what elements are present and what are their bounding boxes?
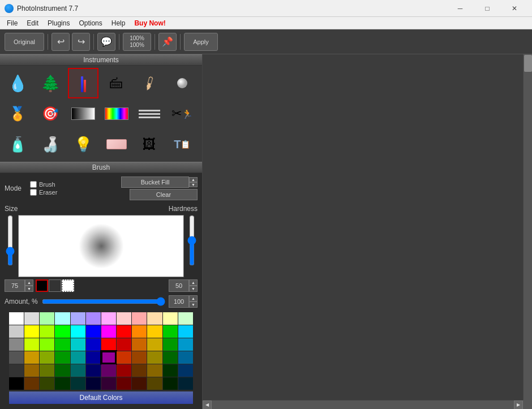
palette-cell[interactable] bbox=[132, 364, 147, 377]
instrument-rainbow[interactable] bbox=[101, 98, 132, 129]
menu-edit[interactable]: Edit bbox=[22, 18, 43, 28]
palette-cell[interactable] bbox=[178, 351, 193, 364]
scrollbar-bottom[interactable]: ◀ ▶ bbox=[203, 400, 523, 409]
instrument-eyedropper[interactable]: 💧 bbox=[2, 68, 33, 98]
palette-cell[interactable] bbox=[178, 364, 193, 377]
instrument-bottle[interactable]: 🧴 bbox=[2, 129, 33, 160]
palette-cell[interactable] bbox=[40, 364, 54, 377]
palette-cell[interactable] bbox=[117, 351, 131, 364]
scrollbar-thumb-right[interactable] bbox=[524, 55, 532, 72]
palette-cell[interactable] bbox=[9, 312, 24, 325]
palette-cell[interactable] bbox=[178, 377, 193, 390]
palette-cell[interactable] bbox=[40, 312, 54, 325]
mode-brush-checkbox[interactable] bbox=[30, 181, 37, 188]
amount-down[interactable]: ▼ bbox=[189, 302, 198, 308]
palette-cell[interactable] bbox=[101, 325, 116, 338]
palette-cell[interactable] bbox=[24, 325, 39, 338]
palette-cell[interactable] bbox=[9, 377, 24, 390]
instrument-gradient[interactable] bbox=[68, 98, 98, 129]
palette-cell[interactable] bbox=[101, 364, 116, 377]
palette-cell[interactable] bbox=[117, 364, 131, 377]
scroll-right-arrow[interactable]: ▶ bbox=[514, 401, 523, 410]
palette-cell[interactable] bbox=[40, 351, 54, 364]
maximize-button[interactable]: □ bbox=[474, 0, 500, 17]
speech-button[interactable]: 💬 bbox=[97, 33, 115, 51]
palette-cell[interactable] bbox=[163, 338, 178, 351]
hardness-input[interactable] bbox=[169, 279, 189, 292]
hardness-down[interactable]: ▼ bbox=[189, 286, 198, 292]
menu-buy[interactable]: Buy Now! bbox=[130, 18, 170, 28]
bucket-scroll-down[interactable]: ▼ bbox=[189, 182, 198, 187]
mode-eraser-option[interactable]: Eraser bbox=[30, 189, 57, 196]
palette-cell[interactable] bbox=[55, 364, 70, 377]
palette-cell[interactable] bbox=[178, 338, 193, 351]
menu-options[interactable]: Options bbox=[74, 18, 106, 28]
palette-cell[interactable] bbox=[24, 364, 39, 377]
palette-cell[interactable] bbox=[132, 377, 147, 390]
default-colors-button[interactable]: Default Colors bbox=[9, 391, 193, 404]
color-swatch-transparent[interactable] bbox=[62, 279, 74, 292]
instrument-stamp[interactable]: 🖮 bbox=[101, 68, 132, 98]
menu-help[interactable]: Help bbox=[107, 18, 130, 28]
size-up[interactable]: ▲ bbox=[25, 279, 33, 286]
palette-cell[interactable] bbox=[86, 364, 101, 377]
palette-cell[interactable] bbox=[163, 364, 178, 377]
palette-cell[interactable] bbox=[147, 338, 162, 351]
palette-cell[interactable] bbox=[163, 325, 178, 338]
palette-cell[interactable] bbox=[24, 351, 39, 364]
palette-cell[interactable] bbox=[132, 351, 147, 364]
apply-button[interactable]: Apply bbox=[184, 33, 218, 51]
palette-cell[interactable] bbox=[147, 377, 162, 390]
minimize-button[interactable]: ─ bbox=[447, 0, 473, 17]
close-button[interactable]: ✕ bbox=[501, 0, 527, 17]
palette-cell[interactable] bbox=[147, 351, 162, 364]
palette-cell[interactable] bbox=[132, 338, 147, 351]
palette-cell[interactable] bbox=[55, 338, 70, 351]
palette-cell[interactable] bbox=[55, 312, 70, 325]
menu-plugins[interactable]: Plugins bbox=[43, 18, 74, 28]
palette-cell[interactable] bbox=[71, 312, 85, 325]
redo-button[interactable]: ↪ bbox=[72, 33, 90, 51]
instrument-eraser[interactable] bbox=[101, 129, 132, 160]
palette-cell[interactable] bbox=[9, 338, 24, 351]
palette-cell[interactable] bbox=[9, 351, 24, 364]
instrument-ball[interactable] bbox=[167, 68, 198, 98]
palette-cell[interactable] bbox=[86, 338, 101, 351]
palette-cell[interactable] bbox=[117, 377, 131, 390]
color-swatch-secondary[interactable] bbox=[49, 279, 61, 292]
palette-cell[interactable] bbox=[40, 377, 54, 390]
palette-cell[interactable] bbox=[71, 377, 85, 390]
scroll-track-bottom[interactable] bbox=[212, 401, 514, 409]
palette-cell[interactable] bbox=[101, 312, 116, 325]
hardness-up[interactable]: ▲ bbox=[189, 279, 198, 286]
palette-cell[interactable] bbox=[55, 351, 70, 364]
palette-cell[interactable] bbox=[86, 377, 101, 390]
palette-cell[interactable] bbox=[132, 312, 147, 325]
palette-cell[interactable] bbox=[147, 325, 162, 338]
bucket-fill-button[interactable]: Bucket Fill bbox=[121, 176, 189, 188]
palette-cell[interactable] bbox=[117, 312, 131, 325]
amount-input[interactable] bbox=[169, 295, 189, 308]
palette-cell[interactable] bbox=[86, 325, 101, 338]
palette-cell[interactable] bbox=[178, 325, 193, 338]
instrument-scissors[interactable]: ✂ 🏃 bbox=[167, 98, 198, 129]
palette-cell[interactable] bbox=[147, 364, 162, 377]
palette-cell[interactable] bbox=[24, 377, 39, 390]
clear-button[interactable]: Clear bbox=[130, 189, 198, 200]
instrument-perfume[interactable]: 🍶 bbox=[35, 129, 66, 160]
instrument-pencil[interactable] bbox=[68, 68, 98, 98]
palette-cell[interactable] bbox=[55, 377, 70, 390]
instrument-brush[interactable]: 🖌 bbox=[134, 68, 165, 98]
color-swatch-primary[interactable] bbox=[36, 279, 48, 292]
palette-cell[interactable] bbox=[55, 325, 70, 338]
size-down[interactable]: ▼ bbox=[25, 286, 33, 292]
palette-cell[interactable] bbox=[101, 351, 116, 364]
palette-cell[interactable] bbox=[117, 338, 131, 351]
palette-cell[interactable] bbox=[9, 325, 24, 338]
palette-cell[interactable] bbox=[117, 325, 131, 338]
palette-cell[interactable] bbox=[71, 364, 85, 377]
size-slider[interactable] bbox=[5, 215, 16, 266]
hardness-slider[interactable] bbox=[186, 215, 198, 266]
instrument-text[interactable]: T 📋 bbox=[167, 129, 198, 160]
original-button[interactable]: Original bbox=[5, 33, 44, 51]
